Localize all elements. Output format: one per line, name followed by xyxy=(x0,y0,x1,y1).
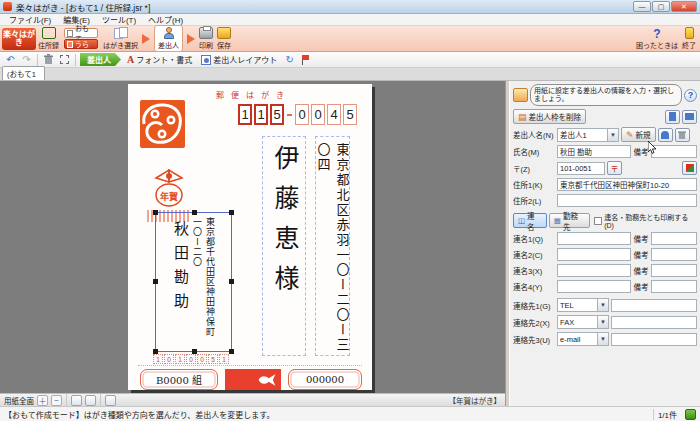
grid-view-icon[interactable] xyxy=(71,395,82,406)
undo-icon[interactable]: ↶ xyxy=(4,53,17,66)
joint2-memo-input[interactable] xyxy=(651,248,697,261)
address2-input[interactable] xyxy=(557,194,697,207)
sender-select-combo[interactable]: 差出人1 ▼ xyxy=(557,128,619,142)
joint1-memo-input[interactable] xyxy=(651,232,697,245)
app-window: 楽々はがき - [おもて1 / 住所録.jsr *] — ▢ ✕ ファイル(F)… xyxy=(0,0,700,421)
minimize-button[interactable]: — xyxy=(633,1,651,12)
menu-file[interactable]: ファイル(F) xyxy=(4,14,56,25)
sender-frame-selected[interactable]: 東京都千代田区神田神保町一〇ー二〇 秋田勘助 xyxy=(155,212,232,352)
preview-icon[interactable] xyxy=(85,395,96,406)
joint3-input[interactable] xyxy=(557,264,631,277)
contact1-input[interactable] xyxy=(611,299,697,312)
horizontal-writing-button[interactable] xyxy=(682,110,697,124)
front-page-icon xyxy=(67,30,73,37)
joint4-memo-input[interactable] xyxy=(651,280,697,293)
rotate-icon[interactable]: ↻ xyxy=(283,53,296,66)
chevron-down-icon[interactable]: ▼ xyxy=(597,316,608,328)
name-memo-input[interactable] xyxy=(651,145,697,158)
joint1-label: 連名1(Q) xyxy=(513,233,555,244)
status-bar: 【おもて作成モード】はがき種類や方向を選んだり、差出人を変更します。 1/1件 xyxy=(0,406,700,421)
menu-bar: ファイル(F) 編集(E) ツール(T) ヘルプ(H) xyxy=(0,14,700,26)
front-side-button[interactable]: おもて xyxy=(64,28,98,38)
contact2-input[interactable] xyxy=(611,316,697,329)
contact3-input[interactable] xyxy=(611,333,697,346)
recipient-address-text: 東京都北区赤羽一〇ー二〇ー三〇四 xyxy=(314,143,352,355)
address1-input[interactable]: 東京都千代田区神田神保町10-20 xyxy=(557,178,697,191)
vertical-writing-button[interactable] xyxy=(665,110,680,124)
joint-names-tab-button[interactable]: ◫ 連名 xyxy=(513,213,547,228)
select-frame-icon[interactable] xyxy=(58,53,71,66)
delete-sender-frame-button[interactable]: ▤ 差出人枠を削除 xyxy=(513,109,586,124)
resize-handle[interactable] xyxy=(229,279,234,284)
help-button[interactable]: ? 困ったときは xyxy=(636,27,678,50)
resize-handle[interactable] xyxy=(153,210,158,215)
memo-label: 備考 xyxy=(633,265,649,276)
close-button[interactable]: ✕ xyxy=(671,1,697,12)
step-arrow-icon xyxy=(142,34,150,44)
step-print-button[interactable]: 印刷 xyxy=(199,27,213,50)
delete-frame-icon[interactable] xyxy=(42,53,55,66)
address-book-button[interactable]: 住所録 xyxy=(38,27,59,50)
zoom-in-icon[interactable]: ＋ xyxy=(37,395,48,406)
delete-sender-button[interactable] xyxy=(675,128,690,142)
zoom-fit-label[interactable]: 用紙全面 xyxy=(4,395,34,406)
back-side-button[interactable]: うら xyxy=(64,39,98,49)
recipient-zip-boxes[interactable]: 1 1 5 0 0 4 5 xyxy=(238,104,357,125)
chevron-down-icon[interactable]: ▼ xyxy=(607,129,618,141)
contact2-type-select[interactable]: FAX ▼ xyxy=(557,315,609,329)
paper-type-label: 【年賀はがき】 xyxy=(449,395,502,406)
recipient-address-frame[interactable]: 東京都北区赤羽一〇ー二〇ー三〇四 xyxy=(315,136,350,356)
contact1-type-select[interactable]: TEL ▼ xyxy=(557,298,609,312)
sender-layout-button[interactable]: 差出人レイアウト xyxy=(198,53,280,66)
redo-icon[interactable]: ↷ xyxy=(20,53,33,66)
lottery-row: B0000 組 000000 xyxy=(128,369,372,390)
resize-handle[interactable] xyxy=(229,210,234,215)
zip-input[interactable]: 101-0051 xyxy=(557,162,605,175)
canvas-area[interactable]: 郵便はがき 1 1 5 0 0 4 5 xyxy=(0,81,505,393)
copy-sender-button[interactable] xyxy=(658,128,673,142)
contact3-type-select[interactable]: e-mail ▼ xyxy=(557,332,609,346)
menu-tools[interactable]: ツール(T) xyxy=(97,14,141,25)
resize-handle[interactable] xyxy=(229,349,234,354)
joint1-input[interactable] xyxy=(557,232,631,245)
tab-front1[interactable]: (おもて1 xyxy=(2,66,45,80)
workplace-tab-button[interactable]: ▦ 勤務先 xyxy=(549,213,590,228)
zip-dash xyxy=(287,114,292,116)
sender-name-text: 秋田勘助 xyxy=(171,221,189,317)
address-assist-button[interactable] xyxy=(682,161,697,175)
new-sender-button[interactable]: ✎ 新規 xyxy=(621,127,656,142)
postcard-preview[interactable]: 郵便はがき 1 1 5 0 0 4 5 xyxy=(128,84,372,390)
joint3-memo-input[interactable] xyxy=(651,264,697,277)
export-icon[interactable] xyxy=(105,395,116,406)
joint4-input[interactable] xyxy=(557,280,631,293)
font-format-button[interactable]: A フォント・書式 xyxy=(124,53,195,66)
record-counter: 1/1件 xyxy=(653,409,681,420)
sender-info-panel: 用紙に設定する差出人の情報を入力・選択しましょう。 ? ▤ 差出人枠を削除 差出… xyxy=(510,81,700,406)
zoom-out-icon[interactable]: − xyxy=(51,395,62,406)
zip-digit: 4 xyxy=(327,104,341,125)
resize-handle[interactable] xyxy=(153,279,158,284)
zip-digit: 0 xyxy=(164,354,174,364)
joint2-input[interactable] xyxy=(557,248,631,261)
goldfish-icon xyxy=(257,373,277,387)
print-both-checkbox[interactable] xyxy=(594,217,602,225)
zip-lookup-button[interactable]: 〒 xyxy=(607,161,622,175)
step-save-button[interactable]: 保存 xyxy=(217,27,231,50)
step-hagaki-select-button[interactable]: はがき選択 xyxy=(103,27,138,50)
panel-help-button[interactable]: ? xyxy=(684,89,697,102)
recipient-name-frame[interactable]: 伊藤恵様 xyxy=(262,136,306,356)
chevron-down-icon[interactable]: ▼ xyxy=(597,333,608,345)
step-sender-button[interactable]: 差出人 xyxy=(154,25,183,52)
exit-button[interactable]: 終了 xyxy=(682,27,696,50)
memo-label: 備考 xyxy=(633,249,649,260)
name-input[interactable]: 秋田 勘助 xyxy=(557,145,631,158)
maximize-button[interactable]: ▢ xyxy=(652,1,670,12)
record-list-icon[interactable] xyxy=(685,409,696,420)
tab-strip: (おもて1 xyxy=(0,68,700,81)
chevron-down-icon[interactable]: ▼ xyxy=(597,299,608,311)
menu-help[interactable]: ヘルプ(H) xyxy=(143,14,188,25)
resize-handle[interactable] xyxy=(192,210,197,215)
save-folder-icon xyxy=(217,27,231,39)
zip-digit: 5 xyxy=(270,104,284,125)
flag-icon[interactable] xyxy=(299,53,312,66)
